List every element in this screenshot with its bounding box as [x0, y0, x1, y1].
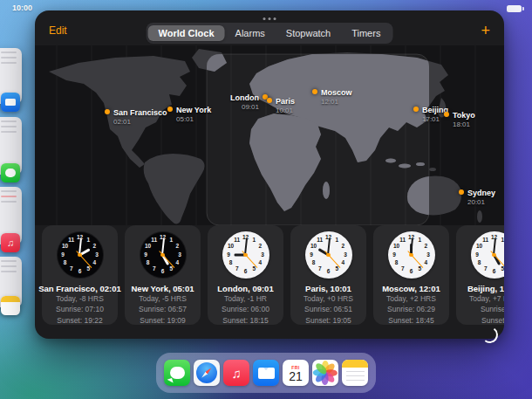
- clock-city-label: New York, 05:01: [132, 284, 194, 293]
- stage-manager-thumbnail-mail[interactable]: [0, 48, 22, 104]
- clock-app-window: Edit World ClockAlarmsStopwatchTimers + …: [35, 10, 504, 339]
- clock-card-row: 123456789101112San Francisco, 02:01Today…: [35, 225, 504, 325]
- city-dot-icon: [444, 112, 449, 117]
- clock-offset-label: Today, +7 HRS: [469, 293, 504, 304]
- dock-icon-photos[interactable]: [312, 360, 338, 386]
- battery-icon: [507, 5, 522, 12]
- dock-icon-mail[interactable]: [253, 360, 279, 386]
- city-time: 09:01: [230, 103, 259, 112]
- tab-timers[interactable]: Timers: [341, 25, 391, 41]
- tab-alarms[interactable]: Alarms: [225, 25, 276, 41]
- clock-sunrise-label: Sunrise: 07:10: [56, 304, 104, 314]
- city-name: Sydney: [467, 189, 495, 198]
- city-name: Tokyo: [453, 111, 475, 120]
- clock-city-label: Paris, 10:01: [305, 284, 351, 293]
- calendar-day: 21: [289, 370, 303, 382]
- city-dot-icon: [167, 107, 173, 112]
- notes-app-icon: [1, 296, 20, 315]
- city-marker-sydney: Sydney20:01: [459, 189, 495, 206]
- clock-sunrise-label: Sunrise:: [481, 304, 504, 314]
- notes-header-icon: [342, 360, 368, 368]
- analog-clock: 123456789101112: [305, 231, 352, 279]
- city-name: Paris: [276, 97, 295, 107]
- city-marker-new-york: New York05:01: [167, 106, 211, 123]
- toolbar: Edit World ClockAlarmsStopwatchTimers +: [35, 10, 504, 45]
- clock-offset-label: Today, -5 HRS: [139, 293, 187, 304]
- city-time: 18:01: [453, 120, 475, 129]
- dock-icon-messages[interactable]: [164, 360, 190, 386]
- clock-sunset-label: Sunset: 19:09: [140, 315, 185, 326]
- tab-world-clock[interactable]: World Clock: [148, 25, 225, 41]
- clock-sunset-label: Sunset: 18:45: [388, 315, 433, 326]
- stage-manager-thumbnail-notes[interactable]: [0, 257, 22, 307]
- city-marker-san-francisco: San Francisco02:01: [105, 108, 167, 126]
- music-app-icon: ♫: [1, 233, 20, 252]
- analog-clock: 123456789101112: [140, 231, 187, 279]
- city-marker-beijing: Beijing17:01: [413, 106, 448, 123]
- clock-card[interactable]: 123456789101112Beijing, 17:01Today, +7 H…: [456, 225, 504, 325]
- edit-button[interactable]: Edit: [49, 24, 67, 37]
- tab-stopwatch[interactable]: Stopwatch: [276, 25, 341, 41]
- city-time: 10:01: [276, 107, 295, 115]
- city-name: Moscow: [321, 88, 352, 98]
- clock-card[interactable]: 123456789101112New York, 05:01Today, -5 …: [125, 225, 201, 325]
- clock-city-label: Moscow, 12:01: [382, 284, 440, 293]
- ipad-screen: 10:00 ♫ Edit World ClockAlarmsStopwatchT…: [0, 0, 532, 399]
- city-marker-paris: Paris10:01: [267, 97, 295, 114]
- clock-card[interactable]: 123456789101112London, 09:01Today, -1 HR…: [208, 225, 283, 325]
- dock-icon-safari[interactable]: [194, 360, 220, 386]
- city-dot-icon: [105, 109, 110, 114]
- tab-bar: World ClockAlarmsStopwatchTimers: [147, 23, 393, 44]
- clock-sunrise-label: Sunrise: 06:29: [387, 304, 435, 314]
- clock-city-label: San Francisco, 02:01: [38, 284, 121, 293]
- city-name: San Francisco: [113, 108, 167, 118]
- city-dot-icon: [312, 89, 317, 94]
- clock-offset-label: Today, +2 HRS: [386, 293, 436, 304]
- clock-offset-label: Today, -8 HRS: [56, 293, 104, 304]
- dock-icon-calendar[interactable]: FRI21: [283, 360, 309, 386]
- analog-clock: 123456789101112: [388, 231, 435, 279]
- stage-manager-thumbnail-music[interactable]: ♫: [0, 187, 22, 244]
- clock-city-label: London, 09:01: [217, 284, 273, 293]
- clock-sunset-label: Sunset: 19:05: [305, 315, 351, 326]
- city-dot-icon: [267, 98, 272, 103]
- city-name: London: [230, 93, 259, 103]
- clock-sunset-label: Sunset: 18:15: [222, 315, 268, 326]
- stage-manager-thumbnail-messages[interactable]: [0, 117, 22, 175]
- analog-clock: 123456789101112: [471, 231, 505, 279]
- envelope-icon: [258, 368, 275, 379]
- clock-city-label: Beijing, 17:01: [467, 284, 504, 293]
- music-note-icon: ♫: [231, 366, 241, 381]
- status-bar-time: 10:00: [12, 3, 32, 12]
- analog-clock: 123456789101112: [222, 231, 269, 279]
- city-time: 05:01: [176, 115, 211, 124]
- compass-icon: [196, 362, 217, 383]
- add-city-button[interactable]: +: [481, 24, 490, 37]
- mail-app-icon: [1, 93, 20, 112]
- clock-sunset-label: Sunset:: [481, 315, 504, 326]
- analog-clock: 123456789101112: [57, 231, 104, 279]
- dock-icon-music[interactable]: ♫: [223, 360, 249, 386]
- clock-sunrise-label: Sunrise: 06:00: [222, 304, 269, 314]
- city-dot-icon: [459, 189, 464, 195]
- city-dot-icon: [413, 107, 419, 112]
- city-marker-moscow: Moscow12:01: [312, 88, 352, 106]
- clock-sunrise-label: Sunrise: 06:57: [139, 304, 187, 314]
- city-marker-london: London09:01: [230, 93, 268, 111]
- world-map: San Francisco02:01New York05:01London09:…: [35, 45, 504, 225]
- speech-bubble-icon: [170, 367, 185, 379]
- clock-sunrise-label: Sunrise: 06:51: [304, 304, 352, 314]
- clock-offset-label: Today, -1 HR: [224, 293, 267, 304]
- city-time: 12:01: [321, 98, 352, 107]
- clock-card[interactable]: 123456789101112San Francisco, 02:01Today…: [42, 225, 118, 325]
- clock-card[interactable]: 123456789101112Moscow, 12:01Today, +2 HR…: [373, 225, 449, 325]
- city-time: 20:01: [467, 198, 495, 207]
- world-map-graphic: [35, 45, 504, 225]
- city-marker-tokyo: Tokyo18:01: [444, 111, 475, 128]
- city-name: New York: [176, 106, 211, 115]
- clock-offset-label: Today, +0 HRS: [304, 293, 353, 304]
- dock-icon-notes[interactable]: [342, 360, 368, 386]
- city-time: 02:01: [113, 118, 167, 127]
- clock-card[interactable]: 123456789101112Paris, 10:01Today, +0 HRS…: [290, 225, 366, 325]
- clock-sunset-label: Sunset: 19:22: [57, 315, 102, 326]
